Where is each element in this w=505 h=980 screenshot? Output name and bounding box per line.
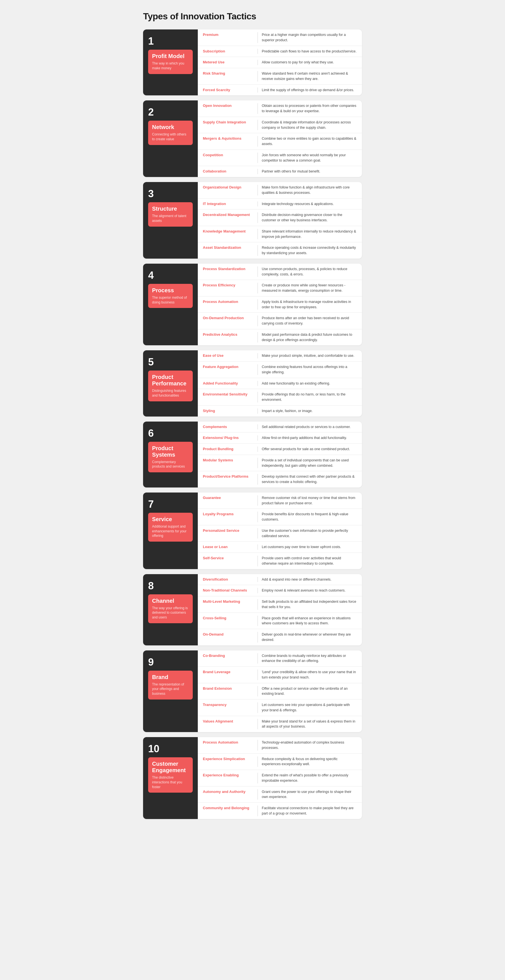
tactic-row: Brand Leverage'Lend' your credibility & … [198,667,362,683]
tactic-desc: Create or produce more while using fewer… [262,283,357,293]
tactic-name: Modular Systems [203,458,258,463]
section-red-block-9: BrandThe representation of your offering… [148,671,193,700]
tactic-row: Product BundlingOffer several products f… [198,444,362,455]
tactic-name: Values Alignment [203,719,258,724]
tactic-divider [258,299,258,310]
section-title-4: Process [152,287,189,294]
section-subtitle-1: The way in which you make money [152,61,189,71]
tactic-divider [258,447,258,452]
tactic-name: Complements [203,424,258,430]
tactic-divider [258,185,258,196]
tactic-divider [258,136,258,147]
tactic-desc: Produce items after an order has been re… [262,315,357,326]
tactic-name: Extensions/ Plug-Ins [203,435,258,441]
section-right-5: Ease of UseMake your product simple, int… [198,350,362,416]
tactic-desc: Provide a set of individual components t… [262,458,357,468]
section-number-3: 3 [148,189,193,199]
tactic-divider [258,49,258,54]
tactic-name: Coopetition [203,153,258,158]
section-left-7: 7ServiceAdditional support and enhanceme… [143,493,198,569]
tactic-desc: Integrate technology resources & applica… [262,201,357,207]
section-number-2: 2 [148,107,193,117]
section-left-8: 8ChannelThe way your offering is deliver… [143,574,198,645]
tactic-name: Product Bundling [203,447,258,452]
tactic-name: Experience Enabling [203,773,258,778]
page-title: Types of Innovation Tactics [143,11,362,22]
tactic-divider [258,588,258,593]
tactic-divider [258,653,258,664]
tactic-divider [258,435,258,441]
tactic-desc: Add new functionality to an existing off… [262,381,357,386]
tactic-desc: Deliver goods in real-time whenever or w… [262,632,357,643]
tactic-row: Brand ExtensionOffer a new product or se… [198,683,362,700]
tactic-row: Experience EnablingExtend the realm of w… [198,770,362,786]
tactic-desc: Extend the realm of what's possible to o… [262,773,357,783]
section-red-block-7: ServiceAdditional support and enhancemen… [148,513,193,542]
tactic-name: Transparency [203,702,258,707]
tactic-name: Ease of Use [203,353,258,358]
section-left-2: 2NetworkConnecting with others to create… [143,100,198,177]
section-left-9: 9BrandThe representation of your offerin… [143,651,198,732]
tactic-row: Knowledge ManagementShare relevant infor… [198,226,362,243]
tactic-divider [258,719,258,730]
tactic-divider [258,32,258,43]
tactic-desc: Remove customer risk of lost money or ti… [262,495,357,506]
tactic-row: DiversificationAdd & expand into new or … [198,574,362,585]
tactic-divider [258,169,258,174]
tactic-divider [258,789,258,800]
tactic-desc: Limit the supply of offerings to drive u… [262,88,357,93]
section-red-block-4: ProcessThe superior method of doing busi… [148,284,193,308]
tactic-desc: Obtain access to processes or patents fr… [262,103,357,114]
section-title-1: Profit Model [152,53,189,59]
tactic-divider [258,364,258,375]
section-right-4: Process StandardizationUse common produc… [198,264,362,345]
tactic-name: Guarantee [203,495,258,500]
tactic-desc: Share relevant information internally to… [262,229,357,240]
section-subtitle-2: Connecting with others to create value [152,132,189,142]
tactic-name: Organizational Design [203,185,258,190]
tactic-row: Decentralized ManagementDistribute decis… [198,210,362,226]
tactic-row: GuaranteeRemove customer risk of lost mo… [198,493,362,509]
tactic-divider [258,686,258,697]
tactic-divider [258,201,258,207]
tactic-row: ComplementsSell additional related produ… [198,422,362,433]
tactic-desc: Provide benefits &/or discounts to frequ… [262,512,357,522]
tactic-row: Mergers & AquisitionsCombine two or more… [198,133,362,150]
tactic-row: Ease of UseMake your product simple, int… [198,350,362,361]
tactic-divider [258,120,258,130]
tactic-desc: Sell bulk products to an affiliated but … [262,599,357,610]
tactic-row: Extensions/ Plug-InsAllow first-or-third… [198,433,362,444]
section-number-8: 8 [148,581,193,591]
tactic-desc: Allow first-or-third-party additions tha… [262,435,357,441]
section-subtitle-9: The representation of your offerings and… [152,682,189,696]
tactic-name: Predictive Analytics [203,332,258,337]
section-subtitle-7: Additional support and enhancements for … [152,524,189,538]
tactic-desc: Predictable cash flows to have access to… [262,49,357,54]
tactic-name: Risk Sharing [203,71,258,76]
tactic-divider [258,283,258,293]
tactic-name: Styling [203,408,258,414]
section-subtitle-6: Complementary products and services [152,460,189,469]
tactic-row: CoopetitionJoin forces with someone who … [198,150,362,166]
tactic-divider [258,577,258,582]
section-red-block-8: ChannelThe way your offering is delivere… [148,594,193,623]
tactic-row: Organizational DesignMake form follow fu… [198,182,362,199]
tactic-name: Process Efficiency [203,283,258,288]
section-right-10: Process AutomationTechnology-enabled aut… [198,737,362,819]
tactic-name: Decentralized Management [203,212,258,217]
tactic-row: On-DemandDeliver goods in real-time when… [198,629,362,645]
section-card-8: 8ChannelThe way your offering is deliver… [143,574,362,645]
tactic-row: Cross-SellingPlace goods that will enhan… [198,613,362,629]
tactic-divider [258,88,258,93]
section-subtitle-3: The alignment of talent assets [152,214,189,223]
tactic-row: Added FunctionalityAdd new functionality… [198,378,362,389]
section-number-6: 6 [148,428,193,438]
section-number-7: 7 [148,499,193,509]
section-left-1: 1Profit ModelThe way in which you make m… [143,29,198,95]
section-title-2: Network [152,124,189,130]
section-left-6: 6Product SystemsComplementary products a… [143,422,198,487]
tactic-desc: Impart a style, fashion, or image. [262,408,357,414]
tactic-divider [258,458,258,468]
tactic-divider [258,266,258,277]
tactic-desc: Make your product simple, intuitive, and… [262,353,357,358]
